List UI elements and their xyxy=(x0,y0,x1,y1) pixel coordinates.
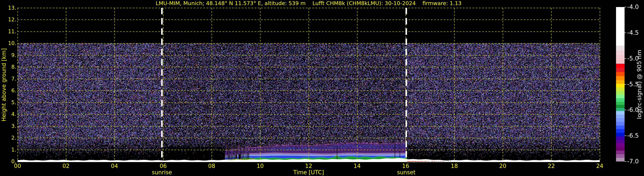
x-tick-label: 18 xyxy=(451,163,458,169)
y-tick-label: 7. xyxy=(1,76,16,82)
y-tick-label: 13. xyxy=(1,5,16,11)
x-tick-label: 22 xyxy=(548,163,555,169)
colorbar-tick-label: -6.5 xyxy=(627,132,639,139)
y-tick-label: 4. xyxy=(1,111,16,117)
y-tick-label: 5. xyxy=(1,99,16,106)
ceilometer-quicklook-window: LMU-MIM, Munich; 48.148° N 11.573° E, al… xyxy=(0,0,644,176)
colorbar-band xyxy=(616,118,624,122)
colorbar-band xyxy=(616,94,624,98)
y-tick-label: 8. xyxy=(1,64,16,70)
colorbar-tick-label: -4.5 xyxy=(627,29,639,36)
colorbar-band xyxy=(616,7,624,46)
colorbar-band xyxy=(616,91,624,94)
colorbar-band xyxy=(616,102,624,105)
colorbar-band xyxy=(616,50,624,55)
colorbar-tick-mark xyxy=(624,7,626,7)
colorbar-band xyxy=(616,55,624,60)
colorbar-band xyxy=(616,76,624,80)
colorbar-band xyxy=(616,136,624,140)
y-tick-label: 6. xyxy=(1,87,16,94)
y-tick-label: 9. xyxy=(1,52,16,58)
y-tick-label: 3. xyxy=(1,123,16,129)
y-tick-label: 11. xyxy=(1,28,16,35)
colorbar-band xyxy=(616,72,624,76)
x-tick-label: 06 xyxy=(160,163,166,169)
colorbar-band xyxy=(616,98,624,102)
colorbar-band xyxy=(616,151,624,154)
colorbar xyxy=(616,7,624,162)
colorbar-band xyxy=(616,64,624,68)
colorbar-tick-label: -4.0 xyxy=(627,3,639,11)
colorbar-band xyxy=(616,60,624,64)
x-tick-label: 10 xyxy=(256,163,264,169)
y-axis-label: Height above ground [km] xyxy=(1,48,7,121)
x-tick-label: 08 xyxy=(208,163,215,169)
x-axis-label: Time [UTC] xyxy=(293,169,324,176)
colorbar-axis-label: log(rc-signal) @ 905 nm xyxy=(636,50,642,119)
colorbar-band xyxy=(616,46,624,50)
colorbar-tick-mark xyxy=(624,110,626,110)
x-tick-label: 16 xyxy=(402,163,409,169)
colorbar-band xyxy=(616,84,624,87)
colorbar-band xyxy=(616,115,624,118)
sunset-annotation: sunset xyxy=(397,169,416,176)
colorbar-band xyxy=(616,80,624,84)
x-tick-label: 02 xyxy=(62,163,70,169)
x-tick-label: 20 xyxy=(499,163,506,169)
colorbar-band xyxy=(616,133,624,136)
colorbar-tick-mark xyxy=(624,161,626,162)
x-tick-label: 04 xyxy=(111,163,118,169)
page-title: LMU-MIM, Munich; 48.148° N 11.573° E, al… xyxy=(156,0,462,6)
colorbar-band xyxy=(616,129,624,133)
colorbar-band xyxy=(616,122,624,125)
colorbar-tick-mark xyxy=(624,58,626,59)
colorbar-band xyxy=(616,125,624,129)
colorbar-band xyxy=(616,108,624,111)
colorbar-tick-label: -7.0 xyxy=(627,158,639,165)
x-tick-label: 14 xyxy=(354,163,360,169)
colorbar-band xyxy=(616,111,624,115)
colorbar-band xyxy=(616,105,624,108)
colorbar-band xyxy=(616,140,624,144)
colorbar-band xyxy=(616,87,624,91)
colorbar-band xyxy=(616,158,624,162)
y-tick-label: 10. xyxy=(1,40,16,46)
colorbar-tick-mark xyxy=(624,136,626,136)
y-tick-label: 2. xyxy=(1,135,16,141)
colorbar-tick-mark xyxy=(624,84,626,85)
colorbar-band xyxy=(616,143,624,147)
colorbar-band xyxy=(616,147,624,151)
colorbar-band xyxy=(616,154,624,158)
colorbar-band xyxy=(616,68,624,72)
sunrise-annotation: sunrise xyxy=(152,169,172,176)
x-tick-label: 24 xyxy=(596,163,603,169)
x-tick-label: 12 xyxy=(305,163,312,169)
y-tick-label: 1. xyxy=(1,147,16,153)
heatmap-canvas xyxy=(0,0,644,176)
y-tick-label: 12. xyxy=(1,16,16,23)
x-tick-label: 00 xyxy=(14,163,21,169)
colorbar-tick-mark xyxy=(624,33,626,33)
